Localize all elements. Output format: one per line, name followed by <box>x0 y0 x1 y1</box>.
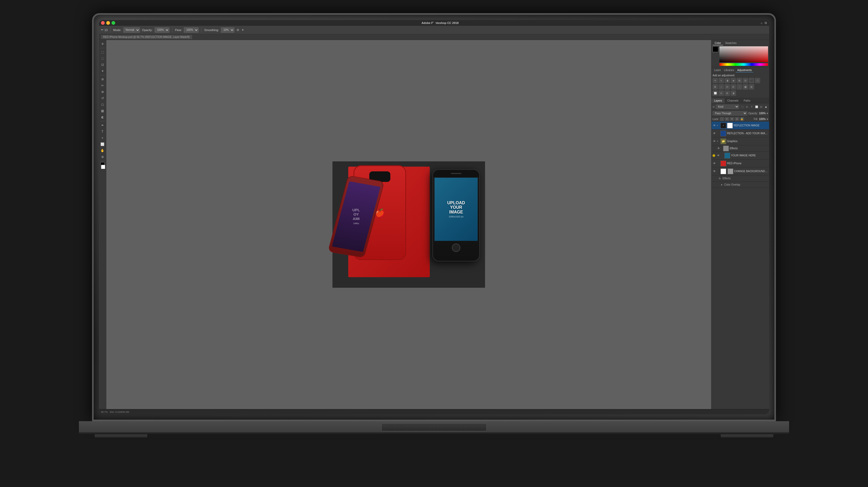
layer-sub-effects[interactable]: fx Effects <box>712 175 769 182</box>
shadows-adj[interactable]: ◑ <box>731 91 736 96</box>
levels-adj-2[interactable]: ⬜ <box>713 91 718 96</box>
text-tool[interactable]: T <box>100 129 105 135</box>
shape-tool[interactable]: ⬜ <box>100 141 105 147</box>
marquee-tool[interactable]: ⬚ <box>100 49 105 55</box>
layers-panel: Layers Channels Paths ⊙ Kind <box>712 98 769 409</box>
gradient-tool[interactable]: ▦ <box>100 108 105 114</box>
opacity-select[interactable]: 100% <box>155 27 169 33</box>
mode-select[interactable]: Normal <box>123 27 140 33</box>
selective-color-adj[interactable]: ⊞ <box>749 84 754 89</box>
hue-slider[interactable] <box>719 63 768 66</box>
search-icon[interactable]: ⌕ <box>761 21 763 25</box>
layer-effects[interactable]: 👁 Effects <box>712 145 769 152</box>
brush-tool-left[interactable]: ✏ <box>100 83 105 88</box>
spot-heal-tool[interactable]: ⊛ <box>100 76 105 82</box>
tab-paths[interactable]: Paths <box>741 98 753 103</box>
layer-reflection-add[interactable]: 👁 REFLECTION - ADD YOUR IMAGE <box>712 130 769 137</box>
vibrance-adj[interactable]: ◈ <box>731 78 736 83</box>
vis-change-bg[interactable]: 👁 <box>713 170 716 173</box>
hsl-adj-2[interactable]: ⊛ <box>725 91 730 96</box>
tab-color[interactable]: Color <box>713 41 723 45</box>
minimize-button[interactable] <box>106 21 110 25</box>
vis-reflection-add[interactable]: 👁 <box>713 132 716 135</box>
lock-position[interactable]: ✛ <box>730 117 734 121</box>
layer-graphics[interactable]: 👁 ▾ 📁 Graphics <box>712 137 769 145</box>
brightness-adj[interactable]: ☀ <box>713 78 718 83</box>
pen-tool[interactable]: ✒ <box>100 122 105 128</box>
color-lookup-adj[interactable]: ♪ <box>719 84 724 89</box>
tab-learn[interactable]: Learn <box>713 68 722 73</box>
shape-filter[interactable]: ⬜ <box>754 105 758 109</box>
tab-libraries[interactable]: Libraries <box>722 68 736 73</box>
threshold-adj[interactable]: ↑ <box>737 84 742 89</box>
layer-red-iphone[interactable]: 👁 RED iPhone <box>712 160 769 167</box>
path-select[interactable]: ⌖ <box>100 135 105 141</box>
photo-filter-adj[interactable]: ⬡ <box>755 78 760 83</box>
tab-layers[interactable]: Layers <box>712 98 725 103</box>
maximize-button[interactable] <box>112 21 115 25</box>
smart-filter[interactable]: ⊡ <box>759 105 763 109</box>
lock-pixels[interactable]: ✏ <box>725 117 729 121</box>
settings-icon[interactable]: ⚙ <box>237 28 239 32</box>
smoothing-select[interactable]: 10% <box>221 27 235 33</box>
curves-adj[interactable]: ∿ <box>719 78 724 83</box>
brush-icon[interactable]: ✏ <box>101 28 103 32</box>
history-brush[interactable]: ↺ <box>100 95 105 101</box>
type-filter[interactable]: T <box>750 105 754 109</box>
color-balance-adj[interactable]: ⊟ <box>743 78 748 83</box>
close-button[interactable] <box>101 21 105 25</box>
vis-reflection-image[interactable]: 👁 <box>713 124 716 127</box>
window-icon[interactable]: ⧉ <box>765 21 767 25</box>
kind-filter-select[interactable]: Kind <box>716 105 739 109</box>
pixel-filter[interactable]: ⬛ <box>740 105 744 109</box>
lock-artboard[interactable]: ⊡ <box>735 117 739 121</box>
lasso-tool[interactable]: ◌ <box>100 56 105 61</box>
curves-adj-2[interactable]: ⊙ <box>719 91 724 96</box>
tab-adjustments[interactable]: Adjustments <box>736 68 753 73</box>
vis-graphics[interactable]: 👁 <box>713 140 716 143</box>
file-tab[interactable]: RED iPhone Mockup.psd @ 66.7% (REFLECTIO… <box>101 35 192 39</box>
color-gradient[interactable] <box>719 46 768 62</box>
expand-reflection-image[interactable]: ▸ <box>717 124 720 126</box>
layer-change-bg[interactable]: 👁 CHANGE BACKGROUND COLOR <box>712 167 769 175</box>
tab-swatches[interactable]: Swatches <box>723 41 739 45</box>
gradient-map-adj[interactable]: ▦ <box>743 84 748 89</box>
lock-all[interactable]: 🔒 <box>740 117 744 121</box>
filter-toggle[interactable]: ● <box>764 105 768 109</box>
airbrush-icon[interactable]: ✦ <box>242 28 244 32</box>
eyedropper-tool[interactable]: ✦ <box>100 68 105 74</box>
bw-adj[interactable]: ⬛ <box>749 78 754 83</box>
layer-your-image[interactable]: 👁 YOUR IMAGE HERE <box>712 152 769 160</box>
expand-graphics[interactable]: ▾ <box>717 140 720 142</box>
tab-channels[interactable]: Channels <box>725 98 741 103</box>
channel-mixer-adj[interactable]: ⊞ <box>713 84 718 89</box>
stamp-tool[interactable]: ⊕ <box>100 89 105 95</box>
background-color[interactable] <box>101 165 105 169</box>
color-chip[interactable] <box>713 46 718 52</box>
posterize-adj[interactable]: ⊟ <box>731 84 736 89</box>
blend-mode-select[interactable]: Pass Through <box>713 111 747 116</box>
invert-adj[interactable]: ⊡ <box>725 84 730 89</box>
hsl-adj[interactable]: ⊞ <box>737 78 742 83</box>
trackpad[interactable] <box>381 423 487 431</box>
exposure-adj[interactable]: ◑ <box>725 78 730 83</box>
adjustment-filter[interactable]: ⊙ <box>745 105 749 109</box>
thumb-reflection-image: I <box>720 123 726 128</box>
eraser-tool[interactable]: ◻ <box>100 102 105 107</box>
hand-tool[interactable]: ✋ <box>100 148 105 153</box>
vis-red-iphone[interactable]: 👁 <box>713 162 716 165</box>
layer-reflection-image[interactable]: 👁 ▸ I REFLECTION IMAGE <box>712 122 769 130</box>
vis-your-image[interactable]: 👁 <box>716 154 720 157</box>
reflection-text: UPLOYAMI1080x <box>352 208 360 225</box>
lock-transparent[interactable]: ⬚ <box>720 117 724 121</box>
move-tool[interactable]: ✛ <box>100 41 105 47</box>
zoom-tool[interactable]: ⊕ <box>100 154 105 160</box>
filter-icon: ⊙ <box>713 105 715 108</box>
crop-tool[interactable]: ⊡ <box>100 62 105 68</box>
vis-effects[interactable]: 👁 <box>717 147 720 150</box>
layer-sub-color-overlay[interactable]: ● Color Overlay <box>712 182 769 188</box>
color-label-your-image <box>713 154 715 157</box>
adjustment-icons-row-2: ⊞ ♪ ⊡ ⊟ ↑ ▦ ⊞ <box>713 84 768 89</box>
dodge-tool[interactable]: ◐ <box>100 114 105 120</box>
flow-select[interactable]: 100% <box>184 27 198 33</box>
